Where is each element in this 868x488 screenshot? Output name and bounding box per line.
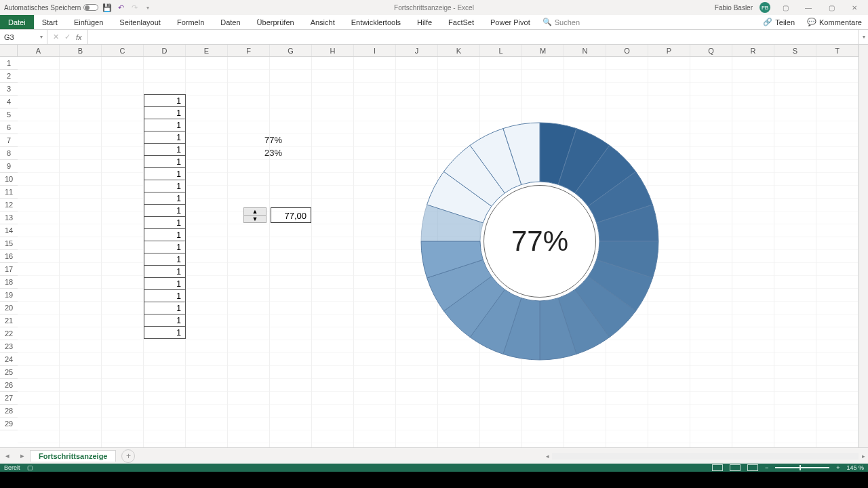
row-header[interactable]: 3: [0, 83, 18, 96]
minimize-icon[interactable]: —: [800, 3, 816, 12]
data-cell[interactable]: 1: [144, 302, 186, 314]
data-cell[interactable]: 1: [144, 228, 186, 241]
qat-dropdown-icon[interactable]: ▾: [143, 3, 153, 12]
data-cell[interactable]: 1: [144, 204, 186, 217]
row-header[interactable]: 15: [0, 237, 18, 250]
data-cell[interactable]: 1: [144, 253, 186, 266]
tab-überprüfen[interactable]: Überprüfen: [249, 15, 302, 29]
row-header[interactable]: 5: [0, 108, 18, 121]
data-cell[interactable]: 1: [144, 143, 186, 156]
toggle-off-icon[interactable]: [83, 4, 98, 11]
data-cell[interactable]: 1: [144, 167, 186, 180]
data-cell[interactable]: 1: [144, 119, 186, 131]
row-header[interactable]: 25: [0, 366, 18, 379]
expand-formula-icon[interactable]: ▾: [859, 30, 868, 44]
tab-formeln[interactable]: Formeln: [169, 15, 212, 29]
scroll-right-icon[interactable]: ▸: [859, 453, 868, 460]
save-icon[interactable]: 💾: [102, 3, 112, 12]
data-cell[interactable]: 1: [144, 180, 186, 192]
row-header[interactable]: 12: [0, 199, 18, 211]
data-cell[interactable]: 1: [144, 216, 186, 229]
row-header[interactable]: 18: [0, 276, 18, 289]
data-cell[interactable]: 1: [144, 192, 186, 205]
row-header[interactable]: 14: [0, 224, 18, 237]
data-cell[interactable]: 1: [144, 106, 186, 119]
undo-icon[interactable]: ↶: [116, 3, 125, 12]
scroll-left-icon[interactable]: ◂: [542, 453, 552, 460]
add-sheet-button[interactable]: +: [121, 449, 135, 463]
tab-power pivot[interactable]: Power Pivot: [482, 15, 538, 29]
comments-button[interactable]: 💬 Kommentare: [801, 15, 868, 29]
row-header[interactable]: 29: [0, 418, 18, 430]
row-header[interactable]: 1: [0, 57, 18, 70]
macro-record-icon[interactable]: ▢: [27, 464, 33, 471]
zoom-slider[interactable]: [775, 467, 829, 468]
cell-remaining-pct[interactable]: 23%: [235, 148, 282, 158]
chevron-down-icon[interactable]: ▾: [40, 34, 43, 40]
row-header[interactable]: 22: [0, 327, 18, 340]
cell-progress-pct[interactable]: 77%: [235, 135, 282, 145]
row-header[interactable]: 7: [0, 134, 18, 147]
view-page-layout-icon[interactable]: [730, 464, 741, 471]
zoom-level[interactable]: 145 %: [846, 464, 864, 471]
tab-daten[interactable]: Daten: [212, 15, 248, 29]
row-header[interactable]: 24: [0, 353, 18, 366]
data-cell[interactable]: 1: [144, 131, 186, 144]
maximize-icon[interactable]: ▢: [823, 3, 840, 12]
data-cell[interactable]: 1: [144, 289, 186, 302]
zoom-out-icon[interactable]: −: [765, 464, 768, 471]
data-cell[interactable]: 1: [144, 241, 186, 253]
search-box[interactable]: 🔍 Suchen: [538, 15, 584, 29]
row-header[interactable]: 10: [0, 173, 18, 186]
row-header[interactable]: 13: [0, 211, 18, 224]
spinner-value-cell[interactable]: 77,00: [271, 207, 311, 223]
row-header[interactable]: 19: [0, 289, 18, 302]
enter-icon[interactable]: ✓: [64, 33, 71, 41]
ribbon-display-icon[interactable]: ▢: [777, 3, 793, 12]
avatar[interactable]: FB: [760, 2, 770, 13]
row-header[interactable]: 23: [0, 340, 18, 353]
data-cell[interactable]: 1: [144, 326, 186, 339]
spinner-down-button[interactable]: ▼: [244, 215, 266, 222]
data-cell[interactable]: 1: [144, 155, 186, 168]
row-header[interactable]: 16: [0, 250, 18, 263]
autosave-toggle[interactable]: Automatisches Speichern: [4, 4, 98, 12]
vertical-scrollbar[interactable]: [859, 45, 868, 447]
tab-einfügen[interactable]: Einfügen: [66, 15, 111, 29]
data-cell[interactable]: 1: [144, 265, 186, 278]
tab-entwicklertools[interactable]: Entwicklertools: [343, 15, 409, 29]
close-icon[interactable]: ✕: [846, 3, 863, 12]
row-header[interactable]: 17: [0, 263, 18, 276]
row-header[interactable]: 27: [0, 392, 18, 405]
cancel-icon[interactable]: ✕: [53, 33, 59, 41]
formula-input[interactable]: [88, 30, 859, 44]
donut-chart[interactable]: 77%: [418, 119, 662, 363]
row-header[interactable]: 8: [0, 147, 18, 160]
redo-icon[interactable]: ↷: [130, 3, 139, 12]
row-header[interactable]: 9: [0, 160, 18, 173]
view-normal-icon[interactable]: [712, 464, 723, 471]
data-cell[interactable]: 1: [144, 314, 186, 327]
data-cell[interactable]: 1: [144, 94, 186, 107]
tab-seitenlayout[interactable]: Seitenlayout: [111, 15, 169, 29]
row-header[interactable]: 28: [0, 405, 18, 418]
tab-start[interactable]: Start: [34, 15, 66, 29]
view-page-break-icon[interactable]: [747, 464, 758, 471]
spinner-up-button[interactable]: ▲: [244, 208, 266, 215]
row-header[interactable]: 4: [0, 96, 18, 108]
tab-factset[interactable]: FactSet: [440, 15, 482, 29]
sheet-tab-active[interactable]: Fortschrittsanzeige: [30, 450, 116, 462]
sheet-nav-next-icon[interactable]: ▸: [15, 451, 30, 460]
row-header[interactable]: 20: [0, 302, 18, 314]
share-button[interactable]: 🔗 Teilen: [757, 15, 801, 29]
horizontal-scrollbar[interactable]: ◂ ▸: [542, 451, 868, 461]
row-header[interactable]: 11: [0, 186, 18, 199]
zoom-in-icon[interactable]: +: [836, 464, 840, 471]
name-box[interactable]: G3 ▾: [0, 30, 47, 44]
data-cell[interactable]: 1: [144, 277, 186, 290]
tab-ansicht[interactable]: Ansicht: [302, 15, 343, 29]
row-header[interactable]: 26: [0, 379, 18, 392]
tab-hilfe[interactable]: Hilfe: [409, 15, 440, 29]
sheet-nav-prev-icon[interactable]: ◂: [0, 451, 15, 460]
fx-icon[interactable]: fx: [76, 33, 82, 41]
